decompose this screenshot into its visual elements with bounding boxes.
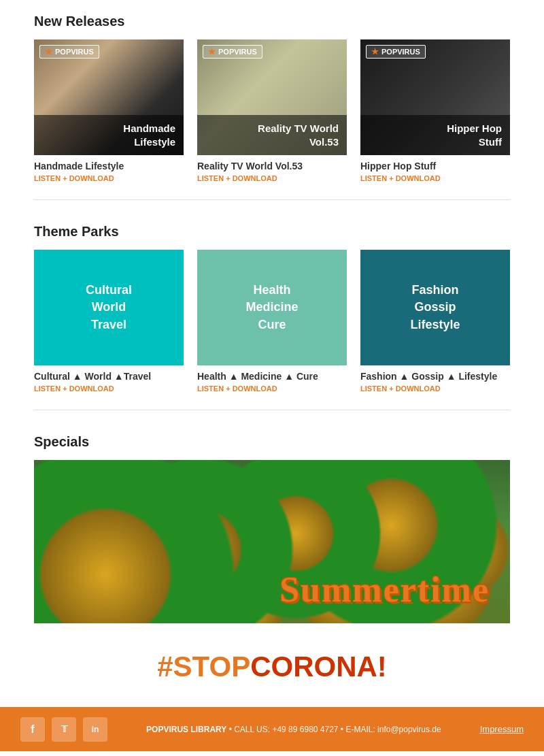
facebook-icon[interactable]: f [20, 717, 45, 742]
footer-info: POPVIRUS LIBRARY • CALL US: +49 89 6980 … [107, 725, 480, 734]
card-title-cultural: Cultural ▲ World ▲Travel [34, 371, 184, 382]
card-title-hipper: Hipper Hop Stuff [360, 161, 510, 171]
impressum-link[interactable]: Impressum [480, 724, 524, 734]
sunflower-banner: Summertime [34, 460, 510, 623]
footer-email: • E-MAIL: info@popvirus.de [341, 725, 441, 734]
footer-social: f 𝕋 in [20, 717, 107, 742]
divider-1 [34, 199, 510, 200]
divider-2 [34, 410, 510, 410]
theme-box-cultural: CulturalWorldTravel [34, 250, 184, 365]
card-image-handmade: ★ POPVIRUS Handmade Lifestyle [34, 39, 184, 155]
card-link-health[interactable]: LISTEN + DOWNLOAD [197, 384, 347, 393]
card-fashion: FashionGossipLifestyle Fashion ▲ Gossip … [360, 250, 510, 393]
corona-text: CORONA! [250, 651, 387, 683]
theme-box-text-health: HealthMedicineCure [245, 282, 298, 333]
stop-corona-section: #STOPCORONA! [0, 630, 544, 707]
specials-section: Specials Summertime [0, 421, 544, 630]
card-reality-tv: ★ POPVIRUS Reality TV World Vol.53 Reali… [197, 39, 347, 182]
stop-text: #STOP [157, 651, 250, 683]
theme-box-text-cultural: CulturalWorldTravel [86, 282, 132, 333]
new-releases-cards: ★ POPVIRUS Handmade Lifestyle Handmade L… [34, 39, 510, 182]
specials-title: Specials [34, 434, 510, 450]
card-overlay-3: Hipper Hop Stuff [360, 115, 510, 155]
summertime-text: Summertime [279, 570, 490, 610]
theme-parks-title: Theme Parks [34, 224, 510, 240]
star-icon-2: ★ [208, 47, 216, 56]
linkedin-icon[interactable]: in [83, 717, 107, 742]
card-link-cultural[interactable]: LISTEN + DOWNLOAD [34, 384, 184, 393]
card-hipper-hop: ★ POPVIRUS Hipper Hop Stuff Hipper Hop S… [360, 39, 510, 182]
new-releases-section: New Releases ★ POPVIRUS Handmade Lifesty… [0, 0, 544, 189]
card-link-reality[interactable]: LISTEN + DOWNLOAD [197, 174, 347, 182]
card-image-hipper: ★ POPVIRUS Hipper Hop Stuff [360, 39, 510, 155]
card-overlay-2: Reality TV World Vol.53 [197, 115, 347, 155]
card-link-hipper[interactable]: LISTEN + DOWNLOAD [360, 174, 510, 182]
popvirus-badge-2: ★ POPVIRUS [203, 45, 262, 59]
card-link-handmade[interactable]: LISTEN + DOWNLOAD [34, 174, 184, 182]
card-health: HealthMedicineCure Health ▲ Medicine ▲ C… [197, 250, 347, 393]
card-handmade-lifestyle: ★ POPVIRUS Handmade Lifestyle Handmade L… [34, 39, 184, 182]
popvirus-badge-3: ★ POPVIRUS [366, 45, 426, 59]
card-overlay-1: Handmade Lifestyle [34, 115, 184, 155]
theme-parks-cards: CulturalWorldTravel Cultural ▲ World ▲Tr… [34, 250, 510, 393]
card-title-handmade: Handmade Lifestyle [34, 161, 184, 171]
card-image-reality: ★ POPVIRUS Reality TV World Vol.53 [197, 39, 347, 155]
theme-parks-section: Theme Parks CulturalWorldTravel Cultural… [0, 210, 544, 399]
theme-box-text-fashion: FashionGossipLifestyle [410, 282, 460, 333]
footer: f 𝕋 in POPVIRUS LIBRARY • CALL US: +49 8… [0, 707, 544, 751]
twitter-icon[interactable]: 𝕋 [52, 717, 76, 742]
new-releases-title: New Releases [34, 14, 510, 29]
card-link-fashion[interactable]: LISTEN + DOWNLOAD [360, 384, 510, 393]
theme-box-fashion: FashionGossipLifestyle [360, 250, 510, 365]
card-title-health: Health ▲ Medicine ▲ Cure [197, 371, 347, 382]
card-title-reality: Reality TV World Vol.53 [197, 161, 347, 171]
popvirus-badge-1: ★ POPVIRUS [39, 45, 99, 59]
card-title-fashion: Fashion ▲ Gossip ▲ Lifestyle [360, 371, 510, 382]
star-icon-1: ★ [45, 47, 52, 56]
footer-call: • CALL US: +49 89 6980 4727 [229, 725, 339, 734]
theme-box-health: HealthMedicineCure [197, 250, 347, 365]
card-cultural: CulturalWorldTravel Cultural ▲ World ▲Tr… [34, 250, 184, 393]
star-icon-3: ★ [371, 47, 379, 56]
footer-library: POPVIRUS LIBRARY [146, 725, 226, 734]
